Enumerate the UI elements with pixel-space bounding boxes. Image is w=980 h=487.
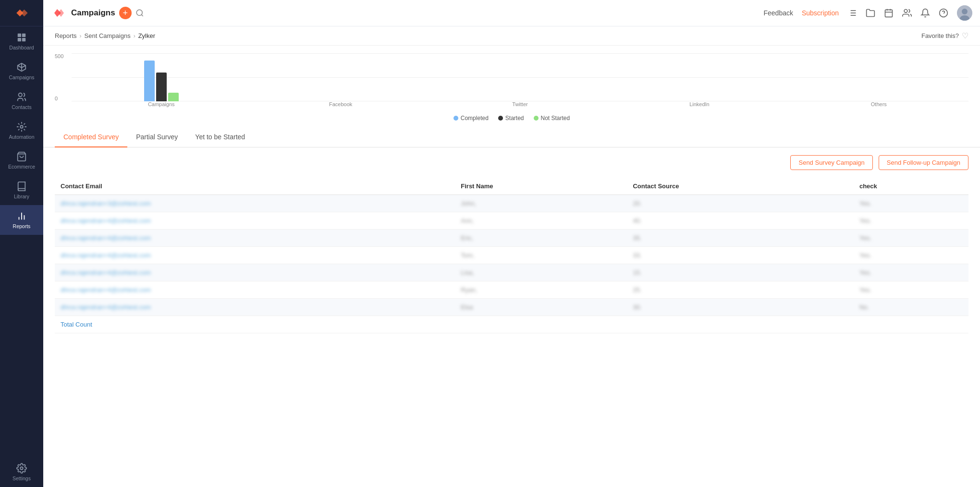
table-section: Send Survey Campaign Send Follow-up Camp… [43,147,980,341]
cell-check: Yes. [854,247,968,264]
avatar-image [957,5,972,21]
subscription-link[interactable]: Subscription [802,9,839,17]
cell-first-name: Ann, [455,212,627,230]
sidebar: Dashboard Campaigns Contacts Automation … [0,0,43,487]
svg-point-21 [904,10,907,13]
chart-container: 500 0 [55,53,968,111]
library-icon [16,181,27,192]
cell-check: Yes. [854,212,968,230]
chart-section: 500 0 [43,46,980,127]
cell-source: 40. [627,212,854,230]
legend-dot-started [498,116,503,121]
cell-email: dhruv.rajendran+3@zohtest.com [55,195,455,212]
cell-first-name: Elsa [455,299,627,316]
folder-button[interactable] [866,8,875,18]
calendar-icon [884,8,894,18]
legend-label-completed: Completed [461,115,489,122]
campaigns-icon [16,62,27,73]
search-button[interactable] [135,9,144,17]
tab-partial-survey[interactable]: Partial Survey [127,127,186,147]
help-icon [939,8,948,18]
sidebar-item-reports[interactable]: Reports [0,205,43,235]
help-button[interactable] [939,8,948,18]
chart-x-others: Others [789,101,968,111]
svg-rect-3 [18,38,21,41]
chart-legend: Completed Started Not Started [55,111,968,123]
table-row: dhruv.rajendran+4@zohtest.comElsa30.No. [55,299,968,316]
sidebar-item-ecommerce[interactable]: Ecommerce [0,146,43,175]
zoho-logo-icon [52,6,66,20]
col-first-name: First Name [455,178,627,195]
svg-point-6 [20,125,23,128]
cell-check: Yes. [854,230,968,247]
svg-point-5 [19,93,22,97]
cell-source: 33. [627,247,854,264]
sidebar-item-automation[interactable]: Automation [0,116,43,146]
cell-first-name: Lisa, [455,264,627,281]
settings-icon [16,463,27,474]
send-followup-campaign-button[interactable]: Send Follow-up Campaign [879,155,968,170]
sidebar-logo [0,0,43,26]
sidebar-item-library[interactable]: Library [0,175,43,205]
breadcrumb-sent-campaigns[interactable]: Sent Campaigns [85,32,131,39]
tabs-section: Completed Survey Partial Survey Yet to b… [43,127,980,147]
favorite-area: Favorite this? ♡ [921,31,968,40]
cell-source: 35. [627,230,854,247]
tab-completed-survey[interactable]: Completed Survey [55,127,127,147]
bar-campaigns-not-started [168,93,179,101]
breadcrumb-reports[interactable]: Reports [55,32,77,39]
svg-rect-2 [22,34,25,37]
feedback-link[interactable]: Feedback [763,9,793,17]
svg-rect-1 [18,34,21,37]
chart-y-labels: 500 0 [55,53,72,101]
list-icon [847,8,857,18]
list-icon-button[interactable] [847,8,857,18]
chart-x-twitter: Twitter [430,101,610,111]
cell-check: Yes. [854,195,968,212]
calendar-button[interactable] [884,8,894,18]
bar-campaigns-completed [144,61,155,101]
bell-button[interactable] [920,8,930,18]
svg-point-9 [136,10,142,15]
dashboard-icon [16,32,27,43]
reports-icon [16,211,27,221]
cell-source: 30. [627,299,854,316]
legend-dot-not-started [534,116,539,121]
svg-rect-4 [22,38,25,41]
avatar[interactable] [957,5,972,21]
cell-source: 20. [627,195,854,212]
total-count-row[interactable]: Total Count [55,316,968,333]
topbar-right: Feedback Subscription [763,5,972,21]
topbar-logo-area: Campaigns + [51,5,144,21]
breadcrumb-current: Zylker [138,32,155,39]
add-campaign-button[interactable]: + [119,7,132,19]
table-header-row: Contact Email First Name Contact Source … [55,178,968,195]
users-icon [902,8,912,18]
cell-first-name: Tom, [455,247,627,264]
favorite-button[interactable]: ♡ [962,31,968,40]
total-count-label[interactable]: Total Count [55,316,968,333]
contacts-table: Contact Email First Name Contact Source … [55,178,968,333]
cell-email: dhruv.rajendran+4@zohtest.com [55,212,455,230]
chart-x-labels: Campaigns Facebook Twitter LinkedIn Othe… [72,101,968,111]
contacts-icon [16,92,27,102]
sidebar-item-contacts[interactable]: Contacts [0,86,43,116]
svg-line-10 [141,14,143,16]
table-row: dhruv.rajendran+4@zohtest.comRyan,25.Yes… [55,281,968,299]
users-button[interactable] [902,8,912,18]
chart-x-linkedin: LinkedIn [610,101,789,111]
topbar: Campaigns + Feedback Subscription [43,0,980,26]
cell-first-name: Eric, [455,230,627,247]
bell-icon [920,8,930,18]
sidebar-item-dashboard[interactable]: Dashboard [0,26,43,56]
col-email: Contact Email [55,178,455,195]
col-source: Contact Source [627,178,854,195]
svg-point-25 [962,9,968,14]
folder-icon [866,8,875,18]
sidebar-item-settings[interactable]: Settings [0,457,43,487]
tab-yet-to-start[interactable]: Yet to be Started [186,127,254,147]
ecommerce-icon [16,151,27,162]
sidebar-item-campaigns[interactable]: Campaigns [0,56,43,86]
send-survey-campaign-button[interactable]: Send Survey Campaign [790,155,872,170]
tabs: Completed Survey Partial Survey Yet to b… [55,127,968,147]
